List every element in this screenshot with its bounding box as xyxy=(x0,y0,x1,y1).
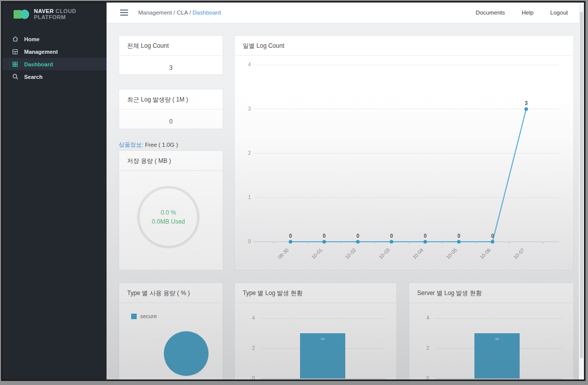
legend-label: secure xyxy=(140,313,157,319)
pie-legend[interactable]: secure xyxy=(131,313,157,319)
x-tick-label: 10-06 xyxy=(479,247,492,260)
chart-title: Type 별 Log 발생 현황 xyxy=(235,283,397,303)
x-tick-label: 10-02 xyxy=(344,247,357,260)
server-log-bar-card: Server 별 Log 발생 현황 0243 xyxy=(409,282,574,381)
point-value-label: 3 xyxy=(525,101,528,106)
gridline xyxy=(261,378,385,379)
dashboard-icon xyxy=(12,61,19,68)
breadcrumb-current[interactable]: Dashboard xyxy=(192,10,221,16)
storage-usage-card: 저장 용량 ( MB ) 0.0 % 0.0MB Used xyxy=(119,150,223,270)
bar-value-label: 3 xyxy=(495,316,500,361)
naver-cloud-logo[interactable]: NAVER CLOUD PLATFORM xyxy=(3,3,107,26)
y-tick-label: 3 xyxy=(248,106,251,112)
sidebar-item-label: Management xyxy=(24,49,58,55)
data-point[interactable] xyxy=(424,240,427,244)
x-tick-label: 10-07 xyxy=(513,247,526,260)
sidebar-item-search[interactable]: Search xyxy=(3,70,107,83)
point-value-label: 0 xyxy=(424,233,427,239)
sidebar-item-management[interactable]: Management xyxy=(3,45,107,58)
y-tick-label: 0 xyxy=(409,375,429,381)
app-window: NAVER CLOUD PLATFORM Home Management xyxy=(1,1,585,381)
data-point[interactable] xyxy=(289,240,292,244)
y-tick-label: 2 xyxy=(409,345,429,351)
sidebar: NAVER CLOUD PLATFORM Home Management xyxy=(3,3,107,379)
data-point[interactable] xyxy=(525,108,528,111)
logo-naver: NAVER xyxy=(34,8,54,14)
storage-used: 0.0MB Used xyxy=(152,217,185,226)
search-icon xyxy=(12,73,19,80)
x-axis-tick xyxy=(322,378,323,380)
help-link[interactable]: Help xyxy=(522,10,534,16)
recent-log-value: 0 xyxy=(119,110,223,125)
y-tick-label: 0 xyxy=(235,375,255,381)
x-tick-label: 10-05 xyxy=(445,247,458,260)
management-icon xyxy=(12,48,19,55)
chart-title: Server 별 Log 발생 현황 xyxy=(409,283,573,303)
sidebar-item-label: Dashboard xyxy=(24,61,53,67)
logo-circle-icon xyxy=(20,10,29,19)
product-info-link[interactable]: 상품정보: xyxy=(119,142,143,148)
type-usage-pie[interactable] xyxy=(164,331,209,376)
logo-text: NAVER CLOUD PLATFORM xyxy=(34,8,107,20)
point-value-label: 0 xyxy=(457,233,460,239)
y-tick-label: 2 xyxy=(248,150,251,156)
y-tick-label: 1 xyxy=(248,195,251,200)
point-value-label: 0 xyxy=(491,233,494,239)
data-point[interactable] xyxy=(491,240,495,244)
legend-swatch-secure xyxy=(131,314,137,319)
gridline xyxy=(435,378,562,379)
documents-link[interactable]: Documents xyxy=(476,10,505,16)
logout-link[interactable]: Logout xyxy=(550,10,568,16)
data-point[interactable] xyxy=(457,240,461,244)
sidebar-menu: Home Management Dashboard xyxy=(3,33,107,83)
sidebar-item-label: Search xyxy=(24,74,43,80)
type-log-bar-card: Type 별 Log 발생 현황 0243 xyxy=(234,282,397,381)
card-title: 최근 Log 발생량 ( 1M ) xyxy=(119,89,223,110)
vertical-scrollbar[interactable] xyxy=(579,3,584,379)
chart-title: Type 별 사용 용량 ( % ) xyxy=(119,283,223,303)
storage-percent: 0.0 % xyxy=(161,208,176,217)
point-value-label: 0 xyxy=(323,233,326,239)
storage-usage-donut: 0.0 % 0.0MB Used xyxy=(137,186,200,248)
hamburger-menu-icon[interactable] xyxy=(120,10,128,17)
bar-value-label: 3 xyxy=(320,316,325,361)
chart-title: 일별 Log Count xyxy=(235,36,573,56)
card-title: 전체 Log Count xyxy=(119,36,223,56)
bar-type_log[interactable]: 3 xyxy=(300,333,345,378)
data-point[interactable] xyxy=(390,240,394,244)
product-info-value: Free ( 1.0G ) xyxy=(143,142,178,148)
recent-log-card: 최근 Log 발생량 ( 1M ) 0 xyxy=(119,89,223,129)
point-value-label: 0 xyxy=(390,233,393,239)
data-point[interactable] xyxy=(323,240,326,244)
home-icon xyxy=(12,36,19,43)
type-log-bar-chart[interactable]: 0243 xyxy=(235,303,397,381)
x-tick-label: 09-30 xyxy=(277,247,290,260)
topbar: Management / CLA / Dashboard Documents H… xyxy=(107,3,584,24)
y-tick-label: 2 xyxy=(235,345,255,351)
total-log-count-value: 3 xyxy=(119,56,223,71)
bar-server_log[interactable]: 3 xyxy=(474,333,520,378)
sidebar-item-label: Home xyxy=(24,36,40,42)
x-tick-label: 10-04 xyxy=(412,247,425,260)
frame-bottom-strip xyxy=(0,382,588,385)
y-tick-label: 4 xyxy=(235,315,255,321)
x-tick-label: 10-01 xyxy=(311,247,324,260)
server-log-bar-chart[interactable]: 0243 xyxy=(409,303,573,381)
daily-log-line-chart[interactable]: 0123409-3010-0110-0210-0310-0410-0510-06… xyxy=(235,56,574,270)
sidebar-item-dashboard[interactable]: Dashboard xyxy=(3,58,107,70)
y-tick-label: 4 xyxy=(248,62,251,67)
card-title: 저장 용량 ( MB ) xyxy=(119,151,223,171)
y-tick-label: 0 xyxy=(248,239,251,244)
x-axis-tick xyxy=(497,378,497,380)
breadcrumb: Management / CLA / Dashboard xyxy=(138,10,221,16)
y-tick-label: 4 xyxy=(409,315,429,321)
sidebar-item-home[interactable]: Home xyxy=(3,33,107,45)
point-value-label: 0 xyxy=(289,233,292,239)
daily-log-count-card: 일별 Log Count 0123409-3010-0110-0210-0310… xyxy=(234,35,574,270)
product-info-line: 상품정보: Free ( 1.0G ) xyxy=(119,141,178,149)
breadcrumb-path: Management / CLA / xyxy=(138,10,192,16)
line-series xyxy=(290,109,526,242)
data-point[interactable] xyxy=(356,240,360,244)
total-log-count-card: 전체 Log Count 3 xyxy=(119,35,223,75)
scrollbar-thumb[interactable] xyxy=(580,12,583,358)
